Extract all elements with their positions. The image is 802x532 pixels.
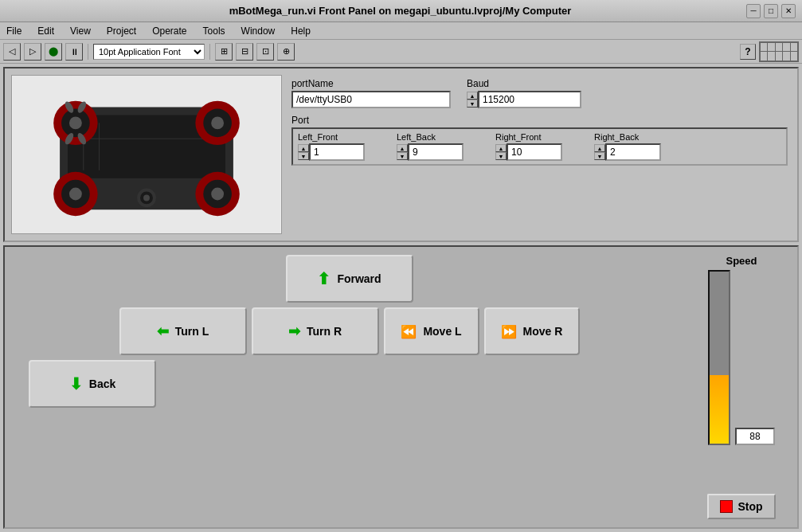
turn-right-button[interactable]: ➡ Turn R (252, 307, 379, 355)
right-front-numeric: ▲ ▼ (495, 143, 591, 161)
close-button[interactable]: ✕ (781, 4, 796, 18)
baud-down-arrow[interactable]: ▼ (467, 100, 478, 108)
left-back-label: Left_Back (397, 132, 492, 142)
turn-right-arrow-icon: ➡ (288, 323, 300, 340)
main-content: portName Baud ▲ ▼ Port (0, 64, 802, 532)
menu-project[interactable]: Project (104, 24, 139, 38)
baud-field: Baud ▲ ▼ (467, 78, 581, 108)
left-front-label: Left_Front (298, 132, 393, 142)
move-left-button[interactable]: ⏪ Move L (384, 307, 479, 355)
right-front-input[interactable] (507, 143, 562, 161)
turn-left-button[interactable]: ⬅ Turn L (119, 307, 247, 355)
maximize-button[interactable]: □ (764, 4, 778, 18)
speed-display: 88 (708, 270, 775, 445)
move-right-double-icon: ⏩ (501, 324, 517, 339)
stop-label: Stop (737, 500, 762, 513)
right-front-down[interactable]: ▼ (495, 152, 507, 160)
svg-point-14 (211, 116, 224, 129)
speed-panel: Speed 88 Stop (694, 255, 789, 519)
port-box: Left_Front ▲ ▼ Left_Back (291, 127, 788, 166)
baud-arrows: ▲ ▼ (467, 92, 478, 108)
toolbar-distribute-btn[interactable]: ⊟ (236, 43, 253, 61)
toolbar-separator-1 (88, 44, 88, 60)
right-back-label: Right_Back (594, 132, 690, 142)
turn-left-label: Turn L (175, 325, 209, 338)
port-baud-row: portName Baud ▲ ▼ (291, 78, 788, 108)
help-button[interactable]: ? (740, 44, 756, 60)
baud-up-arrow[interactable]: ▲ (467, 92, 478, 100)
stop-button[interactable]: Stop (707, 494, 775, 519)
right-front-up[interactable]: ▲ (495, 144, 507, 152)
toolbar-align-btn[interactable]: ⊞ (215, 43, 233, 61)
left-back-input[interactable] (408, 143, 464, 161)
stop-area: Stop (707, 494, 775, 519)
portname-input[interactable] (291, 91, 451, 108)
stop-indicator-icon (720, 500, 733, 513)
menu-view[interactable]: View (67, 24, 94, 38)
left-back-numeric: ▲ ▼ (397, 143, 492, 161)
window-title: mBotMega_run.vi Front Panel on megapi_ub… (54, 5, 746, 17)
port-col-right-back: Right_Back ▲ ▼ (594, 132, 690, 161)
minimize-button[interactable]: ─ (746, 4, 761, 18)
speed-value-display: 88 (735, 428, 775, 445)
speed-value-box: 88 (735, 428, 775, 445)
forward-arrow-icon: ⬆ (317, 269, 331, 288)
turn-left-arrow-icon: ⬅ (157, 323, 169, 340)
top-panel: portName Baud ▲ ▼ Port (3, 67, 799, 242)
right-front-label: Right_Front (495, 132, 591, 142)
window-controls: ─ □ ✕ (746, 4, 796, 18)
svg-point-17 (69, 188, 82, 201)
back-arrow-icon: ⬇ (69, 374, 83, 393)
right-back-up[interactable]: ▲ (594, 144, 605, 152)
svg-point-8 (143, 194, 150, 201)
toolbar-back-btn[interactable]: ◁ (3, 43, 21, 61)
menu-bar: File Edit View Project Operate Tools Win… (0, 22, 802, 40)
toolbar: ◁ ▷ ⬤ ⏸ 10pt Application Font ⊞ ⊟ ⊡ ⊕ ? (0, 40, 802, 64)
speed-bar-fill (710, 375, 729, 444)
menu-edit[interactable]: Edit (34, 24, 57, 38)
move-left-label: Move L (423, 325, 461, 338)
toolbar-forward-btn[interactable]: ▷ (24, 43, 41, 61)
baud-numeric: ▲ ▼ (467, 91, 581, 108)
toolbar-separator-2 (209, 44, 210, 60)
back-label: Back (89, 377, 115, 390)
portname-label: portName (291, 78, 451, 89)
port-col-left-front: Left_Front ▲ ▼ (298, 132, 393, 161)
menu-operate[interactable]: Operate (149, 24, 190, 38)
left-back-down[interactable]: ▼ (397, 152, 408, 160)
right-back-down[interactable]: ▼ (594, 152, 605, 160)
speed-bar (708, 270, 730, 445)
menu-file[interactable]: File (3, 24, 25, 38)
corner-grid (759, 41, 799, 62)
baud-input[interactable] (478, 91, 581, 108)
menu-help[interactable]: Help (288, 24, 314, 38)
menu-window[interactable]: Window (238, 24, 279, 38)
controls-area: ⬆ Forward ⬅ Turn L ➡ Turn R ⏪ Move L (13, 255, 686, 519)
svg-point-11 (69, 116, 82, 129)
left-back-up[interactable]: ▲ (397, 144, 408, 152)
robot-svg (12, 76, 281, 233)
toolbar-run-btn[interactable]: ⬤ (45, 43, 62, 61)
toolbar-pause-btn[interactable]: ⏸ (65, 43, 83, 61)
right-back-numeric: ▲ ▼ (594, 143, 690, 161)
forward-label: Forward (337, 272, 381, 285)
title-bar: mBotMega_run.vi Front Panel on megapi_ub… (0, 0, 802, 22)
back-button[interactable]: ⬇ Back (29, 360, 156, 408)
forward-button[interactable]: ⬆ Forward (286, 255, 413, 303)
menu-tools[interactable]: Tools (200, 24, 229, 38)
font-selector[interactable]: 10pt Application Font (93, 44, 205, 60)
toolbar-resize-btn[interactable]: ⊡ (256, 43, 274, 61)
left-front-up[interactable]: ▲ (298, 144, 309, 152)
svg-point-20 (211, 188, 224, 201)
move-right-button[interactable]: ⏩ Move R (484, 307, 580, 355)
portname-field: portName (291, 78, 451, 108)
port-columns: Left_Front ▲ ▼ Left_Back (298, 132, 781, 161)
toolbar-reorder-btn[interactable]: ⊕ (277, 43, 295, 61)
left-front-input[interactable] (309, 143, 365, 161)
left-front-down[interactable]: ▼ (298, 152, 309, 160)
right-back-input[interactable] (605, 143, 661, 161)
port-col-left-back: Left_Back ▲ ▼ (397, 132, 492, 161)
left-front-numeric: ▲ ▼ (298, 143, 393, 161)
baud-label: Baud (467, 78, 581, 89)
robot-image (11, 75, 282, 234)
